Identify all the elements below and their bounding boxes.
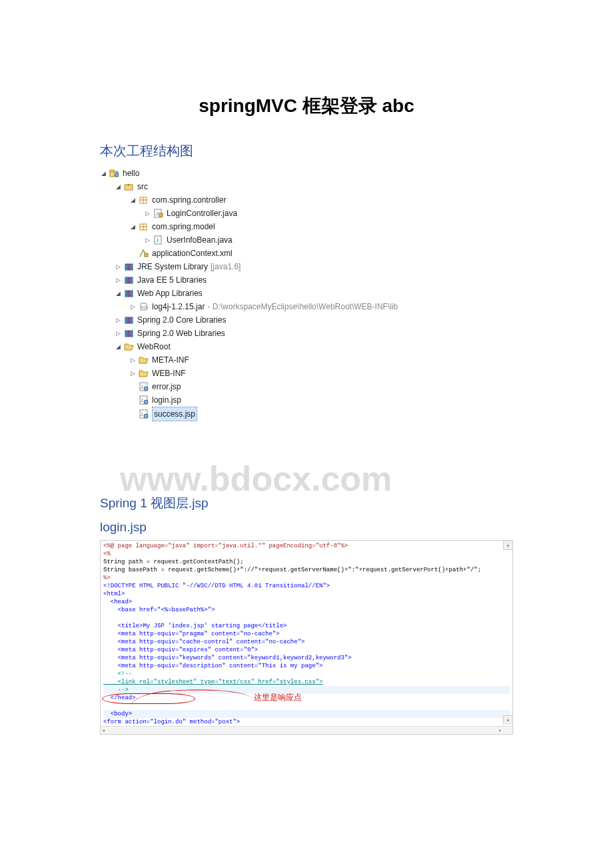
- source-folder-icon: [124, 182, 135, 191]
- code-text: <base href="<%=basePath%>">: [103, 607, 215, 613]
- code-text: <link rel="stylesheet" type="text/css" h…: [103, 679, 322, 685]
- svg-rect-31: [128, 331, 130, 337]
- project-icon: [109, 169, 120, 178]
- expand-icon: ◢: [115, 287, 121, 300]
- tree-label: META-INF: [152, 353, 189, 367]
- tree-label: Java EE 5 Libraries: [137, 273, 207, 287]
- code-text: <title>My JSP 'index.jsp' starting page<…: [103, 623, 287, 629]
- annotation-text: 这里是响应点: [254, 693, 302, 701]
- tree-file-userinfobean[interactable]: ▷ J UserInfoBean.java: [100, 233, 513, 247]
- scroll-left-icon[interactable]: ◂: [102, 727, 105, 735]
- tree-file-errorjsp[interactable]: J error.jsp: [100, 380, 513, 393]
- tree-label: com.spring.model: [152, 220, 215, 233]
- collapse-icon: ▷: [115, 327, 121, 340]
- code-text: <body>: [103, 711, 132, 717]
- svg-text:J: J: [156, 211, 159, 217]
- svg-point-2: [115, 173, 119, 177]
- svg-rect-17: [128, 264, 130, 270]
- code-text: <%@ page language="java" import="java.ut…: [103, 543, 348, 549]
- expand-icon: ◢: [100, 167, 107, 180]
- java-file-icon: J: [153, 235, 164, 245]
- tree-file-loginjsp[interactable]: J login.jsp: [100, 393, 513, 407]
- jsp-icon: J: [139, 395, 149, 405]
- tree-file-logincontroller[interactable]: ▷ J LoginController.java: [100, 207, 513, 220]
- tree-src-folder[interactable]: ◢ src: [100, 180, 513, 193]
- code-text: %>: [103, 575, 111, 581]
- tree-label: login.jsp: [152, 393, 181, 407]
- expand-icon: ◢: [129, 193, 136, 207]
- svg-point-44: [144, 414, 148, 418]
- tree-project-root[interactable]: ◢ hello: [100, 167, 513, 180]
- tree-label: applicationContext.xml: [152, 247, 233, 260]
- code-text: <head>: [103, 599, 132, 605]
- code-text: -->: [103, 687, 129, 693]
- code-text: <form action="login.do" method="post">: [103, 719, 240, 725]
- tree-package-model[interactable]: ◢ com.spring.model: [100, 220, 513, 233]
- folder-open-icon: [139, 369, 149, 378]
- tree-jre-library[interactable]: ▷ JRE System Library [java1.6]: [100, 260, 513, 273]
- tree-package-controller[interactable]: ◢ com.spring.controller: [100, 193, 513, 207]
- svg-text:J: J: [141, 398, 143, 403]
- svg-marker-33: [125, 344, 133, 350]
- svg-point-38: [144, 387, 148, 391]
- code-text: [103, 703, 111, 709]
- code-text: <meta http-equiv="description" content="…: [103, 663, 322, 669]
- project-tree: ◢ hello ◢ src ◢ com.spring.controller ▷ …: [100, 167, 513, 421]
- tree-label: hello: [123, 167, 139, 180]
- tree-jar-log4j[interactable]: ▷ 010 log4j-1.2.15.jar - D:\workspaceMyE…: [100, 300, 513, 313]
- code-text: <!DOCTYPE HTML PUBLIC "-//W3C//DTD HTML …: [103, 583, 330, 589]
- tree-webroot-folder[interactable]: ◢ WebRoot: [100, 340, 513, 353]
- svg-text:J: J: [156, 237, 159, 243]
- folder-open-icon: [124, 342, 135, 351]
- library-icon: [124, 289, 135, 298]
- code-text: String path = request.getContextPath();: [103, 559, 244, 565]
- library-icon: [124, 329, 135, 338]
- svg-rect-20: [128, 277, 130, 283]
- tree-file-successjsp[interactable]: J success.jsp: [100, 407, 513, 421]
- code-text: <meta http-equiv="expires" content="0">: [103, 647, 258, 653]
- svg-rect-24: [131, 291, 133, 297]
- tree-label: log4j-1.2.15.jar: [152, 300, 205, 313]
- collapse-icon: ▷: [144, 233, 151, 247]
- tree-spring-web-library[interactable]: ▷ Spring 2.0 Web Libraries: [100, 327, 513, 340]
- code-text: <%: [103, 551, 111, 557]
- tree-label: WebRoot: [137, 340, 171, 353]
- expand-icon: ◢: [115, 180, 121, 193]
- tree-label: success.jsp: [152, 407, 197, 421]
- section-structure-heading: 本次工程结构图: [100, 142, 513, 160]
- tree-spring-core-library[interactable]: ▷ Spring 2.0 Core Libraries: [100, 313, 513, 327]
- library-icon: [124, 262, 135, 271]
- scroll-up-icon[interactable]: ▴: [503, 541, 512, 550]
- svg-rect-21: [131, 277, 133, 283]
- tree-webinf-folder[interactable]: ▷ WEB-INF: [100, 367, 513, 380]
- svg-rect-15: [145, 253, 148, 257]
- scroll-down-icon[interactable]: ▾: [503, 715, 512, 725]
- tree-metainf-folder[interactable]: ▷ META-INF: [100, 353, 513, 367]
- jar-icon: 010: [139, 302, 149, 311]
- code-text: <meta http-equiv="cache-control" content…: [103, 639, 305, 645]
- code-text: <meta http-equiv="keywords" content="key…: [103, 655, 352, 661]
- svg-rect-19: [125, 277, 127, 283]
- svg-point-41: [144, 400, 148, 404]
- horizontal-scrollbar[interactable]: ◂ ▸: [101, 726, 512, 734]
- collapse-icon: ▷: [115, 260, 121, 273]
- svg-text:J: J: [141, 412, 143, 417]
- library-icon: [124, 315, 135, 325]
- tree-label: JRE System Library: [137, 260, 208, 273]
- svg-text:J: J: [141, 385, 143, 389]
- code-editor[interactable]: ▴ ▾ <%@ page language="java" import="jav…: [100, 540, 513, 735]
- collapse-icon: ▷: [115, 313, 121, 327]
- svg-text:010: 010: [141, 305, 149, 309]
- tree-label: Spring 2.0 Core Libraries: [137, 313, 226, 327]
- scroll-right-icon[interactable]: ▸: [498, 727, 502, 735]
- tree-label: UserInfoBean.java: [167, 233, 233, 247]
- tree-javaee-library[interactable]: ▷ Java EE 5 Libraries: [100, 273, 513, 287]
- tree-webapp-library[interactable]: ◢ Web App Libraries: [100, 287, 513, 300]
- page-title: springMVC 框架登录 abc: [100, 93, 513, 119]
- code-text: <!--: [103, 671, 132, 677]
- tree-label-suffix: [java1.6]: [211, 260, 241, 273]
- tree-label: error.jsp: [152, 380, 181, 393]
- svg-marker-34: [139, 357, 148, 363]
- tree-file-appcontext[interactable]: applicationContext.xml: [100, 247, 513, 260]
- svg-rect-1: [110, 170, 114, 172]
